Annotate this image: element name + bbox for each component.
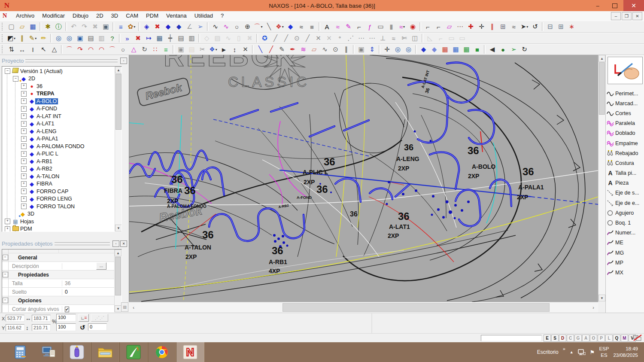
magenta-curve-icon[interactable]: ∿ xyxy=(221,22,231,31)
line-c-icon[interactable]: ╱ xyxy=(302,33,313,43)
green-fill-icon[interactable]: ■ xyxy=(472,45,483,54)
toolbox-item-mg[interactable]: MG xyxy=(607,248,644,258)
tray-language-secondary[interactable]: ES xyxy=(601,352,607,359)
tree-item-forro-talon[interactable]: +◆FORRO TALON xyxy=(2,203,114,210)
center-point-icon[interactable]: ⊕ xyxy=(242,22,253,31)
tree-item-a-fond[interactable]: +◆A-FOND xyxy=(2,105,114,113)
scroll-left-button[interactable]: ‹ xyxy=(130,303,137,312)
save-icon[interactable]: ▦ xyxy=(27,22,38,31)
wave-gray-icon[interactable]: ≈ xyxy=(388,33,399,43)
magnifier-a-icon[interactable]: ◎ xyxy=(392,45,403,54)
dropdown-arrow-icon[interactable]: ▾ xyxy=(282,25,284,29)
dotted-diagonal-icon[interactable]: ⋰ xyxy=(345,33,356,43)
pen-gray-icon[interactable]: ✎ xyxy=(276,45,287,54)
height-field[interactable]: 210.71 xyxy=(32,324,51,331)
tree-item-a-pala1[interactable]: +◆A-PALA1 xyxy=(2,135,114,143)
double-wave-icon[interactable]: ≈ xyxy=(332,22,343,31)
mode-letter-a[interactable]: A xyxy=(582,335,589,342)
mode-letter-p[interactable]: P xyxy=(598,335,605,342)
properties-section-general[interactable]: −General xyxy=(2,253,114,262)
cross-icon[interactable]: ✕ xyxy=(313,33,324,43)
scroll-up-button[interactable]: ▲ xyxy=(598,55,605,62)
tree-expand-box[interactable]: + xyxy=(21,113,27,119)
speaker-icon[interactable]: ◀ xyxy=(487,45,498,54)
rotate-triangle-icon[interactable]: △ xyxy=(49,45,60,54)
node-color-icon[interactable]: ❖▾ xyxy=(208,45,219,54)
mode-letter-e[interactable]: E xyxy=(544,335,551,342)
scroll-down-button[interactable]: ▼ xyxy=(598,295,605,301)
tree-expand-box[interactable]: + xyxy=(21,136,27,142)
tree-item-fibra[interactable]: +◆FIBRA xyxy=(2,180,114,188)
diamond-tool-icon[interactable]: ◆ xyxy=(285,22,296,31)
arc-tool-icon[interactable]: ⌒▾ xyxy=(253,22,264,31)
toolbox-item-eje-de-e-[interactable]: Eje de e... xyxy=(607,198,644,208)
scroll-up-button[interactable]: ▲ xyxy=(115,249,122,256)
close-button[interactable]: ✕ xyxy=(623,0,644,11)
toolbox-item-boq-1[interactable]: Boq. 1 xyxy=(607,218,644,228)
select-mode-icon[interactable]: ◩▾ xyxy=(6,33,17,43)
section-collapse-box[interactable]: − xyxy=(3,255,8,260)
dashed-line-icon[interactable]: ╲ xyxy=(264,22,274,31)
scroll-up-button[interactable]: ▲ xyxy=(115,67,122,73)
tray-language-primary[interactable]: ESP xyxy=(599,346,609,352)
align-corner-button[interactable]: ∟= xyxy=(79,314,89,322)
panel-a-icon[interactable]: ⊟ xyxy=(545,22,556,31)
tree-item-a-rb2[interactable]: +◆A-RB2 xyxy=(2,165,114,173)
pin-line-icon[interactable]: ┿ xyxy=(165,33,176,43)
world-icon[interactable]: ● xyxy=(498,45,508,54)
toolbox-item-paralela[interactable]: Paralela xyxy=(607,119,644,128)
corner-tool-icon[interactable]: ⌐ xyxy=(354,22,365,31)
project-panel-maximize-button[interactable]: ▫ xyxy=(120,58,127,64)
pointer-icon[interactable]: ↖ xyxy=(38,45,49,54)
tree-expand-box[interactable]: + xyxy=(21,204,27,209)
tree-item-forro-leng[interactable]: +◆FORRO LENG xyxy=(2,195,114,203)
tree-expand-box[interactable]: + xyxy=(21,158,27,164)
toolbox-item-eje-de-s-[interactable]: Eje de s... xyxy=(607,188,644,198)
scroll-right-button[interactable]: › xyxy=(589,303,597,312)
tray-network-icon[interactable] xyxy=(578,349,586,355)
horizontal-arrow-icon[interactable]: ↔ xyxy=(17,45,27,54)
y-coordinate-field[interactable]: 116.62 xyxy=(6,324,24,331)
tree-expand-box[interactable]: + xyxy=(21,98,27,104)
dropdown-arrow-icon[interactable]: ▾ xyxy=(14,37,15,40)
section-collapse-box[interactable]: − xyxy=(3,298,8,303)
wave-b-icon[interactable]: ∿ xyxy=(319,45,330,54)
box-3d-icon[interactable]: ◫ xyxy=(410,33,420,43)
smooth-icon[interactable]: ≈ xyxy=(508,22,519,31)
blue-diagonal-icon[interactable]: ╲ xyxy=(255,45,266,54)
parallel-red-icon[interactable]: ∥ xyxy=(487,22,498,31)
property-checkbox[interactable]: ✔ xyxy=(65,307,69,312)
ruler-dots-icon[interactable]: ⋯ xyxy=(455,22,465,31)
polygon-icon[interactable]: ▱ xyxy=(444,22,455,31)
arc-c-icon[interactable]: ◠ xyxy=(85,45,96,54)
canvas-horizontal-scrollbar[interactable]: ‹ › xyxy=(129,302,598,313)
properties-section-propiedades[interactable]: −Propiedades xyxy=(2,271,114,279)
toolbar-grip[interactable] xyxy=(2,34,4,42)
toolbox-item-pieza[interactable]: APieza xyxy=(607,178,644,188)
ghost-wave-icon[interactable]: ∿ xyxy=(223,33,234,43)
cad-drawing[interactable]: REEBOKCLASSICReebokReebok 36FIBRA362XPA-… xyxy=(129,55,598,302)
measure-b-icon[interactable]: ⋯ xyxy=(367,33,377,43)
taskbar-glue-icon[interactable] xyxy=(63,342,91,362)
mdi-close-button[interactable]: ✕ xyxy=(632,12,642,20)
corner-a-icon[interactable]: ⌐ xyxy=(422,22,433,31)
tree-item-a-paloma-fondo[interactable]: +◆A-PALOMA FONDO xyxy=(2,143,114,150)
menu-item-archivo[interactable]: Archivo xyxy=(12,11,38,21)
menu-item-cam[interactable]: CAM xyxy=(122,11,142,21)
properties-panel-close-button[interactable]: ✕ xyxy=(120,240,127,247)
scroll-down-button[interactable]: ▼ xyxy=(115,305,122,312)
line-b-icon[interactable]: ╱ xyxy=(281,33,292,43)
tree-expand-box[interactable]: + xyxy=(21,151,27,157)
ibeam-icon[interactable]: I xyxy=(27,45,38,54)
properties-panel-maximize-button[interactable]: ▫ xyxy=(112,240,119,247)
measure-angle-icon[interactable]: ∠ xyxy=(184,22,195,31)
tree-item-trepa[interactable]: +●TREPA xyxy=(2,90,114,98)
zoom-out-icon[interactable]: ◎ xyxy=(64,33,75,43)
tree-item-a-rb1[interactable]: +◆A-RB1 xyxy=(2,158,114,165)
red-cross-icon[interactable]: ✚ xyxy=(465,22,476,31)
toolbox-item-perimet-[interactable]: Perimet... xyxy=(607,88,644,98)
line-a-icon[interactable]: ╱ xyxy=(270,33,281,43)
help-doc-icon[interactable]: ? xyxy=(107,33,118,43)
palette-icon[interactable]: ✿▾ xyxy=(126,22,137,31)
wave-arrows-icon[interactable]: ≈ xyxy=(296,22,307,31)
